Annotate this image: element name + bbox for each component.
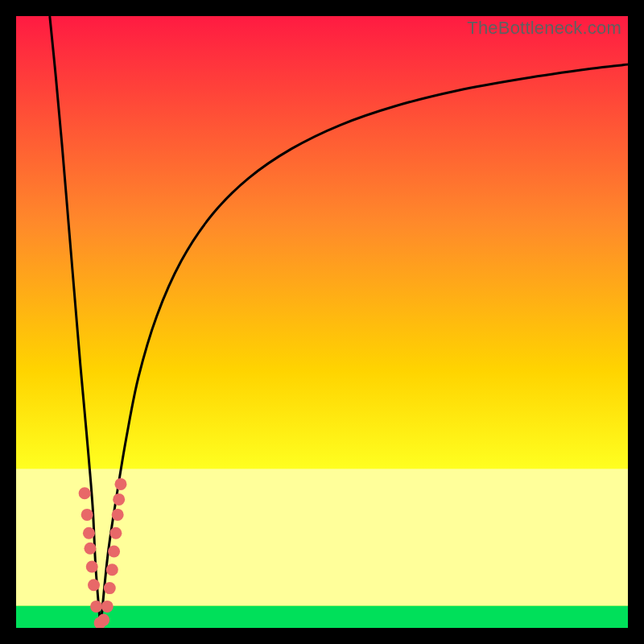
sample-dot	[114, 478, 126, 490]
sample-dot	[101, 601, 114, 613]
sample-dot	[79, 487, 91, 499]
sample-dot	[81, 509, 93, 521]
sample-dot	[104, 582, 116, 594]
sample-dot	[90, 601, 102, 613]
sample-dot	[83, 527, 95, 539]
chart-frame: TheBottleneck.com	[16, 16, 628, 628]
sample-dot	[113, 493, 125, 506]
bottleneck-curve-plot	[16, 16, 628, 628]
sample-dot	[84, 543, 96, 555]
sample-dot	[86, 561, 98, 573]
sample-dot	[106, 564, 118, 576]
watermark-text: TheBottleneck.com	[467, 18, 621, 39]
sample-dot	[109, 527, 122, 539]
curve-right-branch	[101, 64, 628, 628]
sample-dot	[108, 546, 120, 558]
sample-dot	[97, 614, 109, 626]
sample-dot	[88, 579, 100, 591]
sample-dot	[112, 509, 124, 521]
sample-dots	[79, 478, 127, 628]
